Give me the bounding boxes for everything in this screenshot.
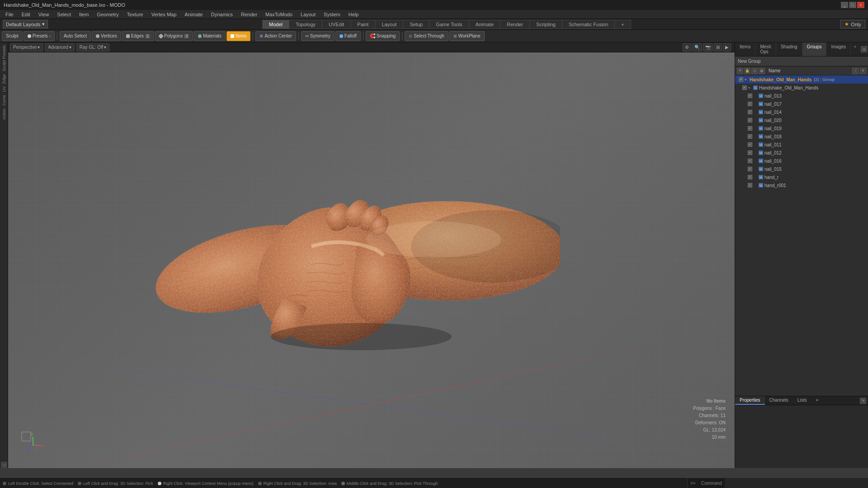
new-group-button[interactable]: New Group bbox=[735, 56, 868, 66]
rb-tab-lists[interactable]: Lists bbox=[793, 396, 811, 405]
tab-mesh-ops[interactable]: Mesh Ops bbox=[755, 42, 776, 56]
menu-system[interactable]: System bbox=[320, 11, 344, 18]
tree-item-nail013[interactable]: ✓ ▸ M nail_013 bbox=[735, 92, 868, 100]
viewport-expand-icon[interactable]: ⊞ bbox=[714, 43, 722, 52]
command-input[interactable] bbox=[725, 478, 868, 488]
tab-groups[interactable]: Groups bbox=[802, 42, 827, 56]
tab-images[interactable]: Images bbox=[826, 42, 851, 56]
tab-add[interactable]: + bbox=[851, 42, 859, 56]
tree-item-nail014[interactable]: ✓ ▸ M nail_014 bbox=[735, 108, 868, 116]
menu-animate[interactable]: Animate bbox=[181, 11, 206, 18]
tree-check-nail020[interactable]: ✓ bbox=[748, 118, 752, 122]
tree-item-nail018[interactable]: ✓ ▸ M nail_018 bbox=[735, 132, 868, 141]
falloff-button[interactable]: Falloff bbox=[335, 31, 361, 41]
tree-item-nail012[interactable]: ✓ ▸ M nail_012 bbox=[735, 149, 868, 157]
tree-check-nail014[interactable]: ✓ bbox=[748, 110, 752, 114]
tree-item-hand-r[interactable]: ✓ ▸ M hand_r bbox=[735, 173, 868, 181]
advanced-button[interactable]: Advanced ▾ bbox=[45, 43, 74, 52]
menu-select[interactable]: Select bbox=[53, 11, 75, 18]
tree-check-nail013[interactable]: ✓ bbox=[748, 94, 752, 98]
sidebar-label-curve[interactable]: Curve bbox=[2, 94, 6, 107]
viewport-zoom-icon[interactable]: 🔍 bbox=[692, 43, 702, 52]
maximize-button[interactable]: □ bbox=[849, 2, 856, 8]
tab-add[interactable]: + bbox=[614, 20, 631, 29]
tab-items[interactable]: Items bbox=[735, 42, 755, 56]
menu-geometry[interactable]: Geometry bbox=[93, 11, 122, 18]
only-button[interactable]: ★ Only bbox=[840, 20, 865, 28]
tree-check-hand-r001[interactable]: ✓ bbox=[748, 183, 752, 188]
items-button[interactable]: Items bbox=[226, 31, 250, 41]
viewport-canvas[interactable]: No Items Polygons : Face Channels: 11 De… bbox=[8, 42, 735, 468]
tree-check-sub[interactable]: ✓ bbox=[742, 85, 747, 90]
sidebar-collapse-icon[interactable]: ◁ bbox=[1, 462, 7, 468]
rb-tab-channels[interactable]: Channels bbox=[765, 396, 793, 405]
presets-button[interactable]: Presets ▪ bbox=[24, 31, 55, 41]
rb-tab-properties[interactable]: Properties bbox=[735, 396, 765, 405]
tab-game-tools[interactable]: Game Tools bbox=[429, 20, 469, 29]
tab-scripting[interactable]: Scripting bbox=[529, 20, 562, 29]
panel-expand-icon[interactable]: ⊞ bbox=[861, 46, 867, 52]
edges-button[interactable]: Edges 2 bbox=[122, 31, 154, 41]
sidebar-label-uv[interactable]: UV bbox=[2, 85, 6, 93]
tree-item-nail020[interactable]: ✓ ▸ M nail_020 bbox=[735, 116, 868, 124]
menu-maxtomodo[interactable]: MaxToModo bbox=[262, 11, 296, 18]
menu-vertex-map[interactable]: Vertex Map bbox=[148, 11, 180, 18]
scene-tree[interactable]: ✓ ▾ Handshake_Old_Man_Hands (2) : Group … bbox=[735, 75, 868, 396]
tree-item-nail019[interactable]: ✓ ▸ M nail_019 bbox=[735, 124, 868, 132]
sidebar-label-action[interactable]: Action bbox=[2, 108, 6, 121]
tab-topology[interactable]: Topology bbox=[289, 20, 322, 29]
materials-button[interactable]: Materials bbox=[194, 31, 226, 41]
perspective-button[interactable]: Perspective ▾ bbox=[10, 43, 43, 52]
menu-texture[interactable]: Texture bbox=[123, 11, 147, 18]
tab-schematic-fusion[interactable]: Schematic Fusion bbox=[562, 20, 614, 29]
polygons-button[interactable]: Polygons 3 bbox=[155, 31, 193, 41]
close-button[interactable]: × bbox=[857, 2, 864, 8]
sidebar-label-sculpt-presets[interactable]: Sculpt Presets bbox=[2, 44, 6, 72]
tree-check-hand-r[interactable]: ✓ bbox=[748, 175, 752, 179]
sort-icon[interactable]: ↕ bbox=[852, 68, 859, 74]
tab-model[interactable]: Model bbox=[262, 20, 289, 29]
symmetry-button[interactable]: ⇔ Symmetry bbox=[301, 31, 335, 41]
vertices-button[interactable]: Vertices bbox=[92, 31, 121, 41]
tree-item-nail011[interactable]: ✓ ▸ M nail_011 bbox=[735, 141, 868, 149]
tab-animate[interactable]: Animate bbox=[469, 20, 500, 29]
tree-check-nail011[interactable]: ✓ bbox=[748, 142, 752, 147]
menu-view[interactable]: View bbox=[35, 11, 53, 18]
tree-check-nail015[interactable]: ✓ bbox=[748, 167, 752, 171]
auto-select-button[interactable]: Auto Select bbox=[60, 31, 91, 41]
menu-help[interactable]: Help bbox=[345, 11, 363, 18]
tab-shading[interactable]: Shading bbox=[776, 42, 802, 56]
tree-item-nail017[interactable]: ✓ ▸ M nail_017 bbox=[735, 100, 868, 108]
menu-dynamics[interactable]: Dynamics bbox=[208, 11, 236, 18]
workplane-button[interactable]: ⊞ WorkPlane bbox=[449, 31, 485, 41]
tree-check-nail012[interactable]: ✓ bbox=[748, 150, 752, 155]
layout-selector[interactable]: Default Layouts ▾ bbox=[3, 20, 48, 28]
tab-render[interactable]: Render bbox=[500, 20, 529, 29]
lock-toggle[interactable]: 🔒 bbox=[744, 68, 750, 74]
sidebar-label-edge[interactable]: Edge bbox=[2, 73, 6, 84]
select-through-button[interactable]: ⊙ Select Through bbox=[405, 31, 448, 41]
tree-check-nail018[interactable]: ✓ bbox=[748, 134, 752, 139]
viewport[interactable]: Perspective ▾ Advanced ▾ Ray GL: Off ▾ ⚙… bbox=[8, 42, 735, 468]
wire-toggle[interactable]: ▦ bbox=[759, 68, 765, 74]
rb-tab-add[interactable]: + bbox=[811, 396, 823, 405]
tree-item-nail015[interactable]: ✓ ▸ M nail_015 bbox=[735, 165, 868, 173]
tab-uvedit[interactable]: UVEdit bbox=[322, 20, 350, 29]
tree-item-hand-r001[interactable]: ✓ ▸ M hand_r001 bbox=[735, 181, 868, 189]
filter-icon[interactable]: ▼ bbox=[860, 68, 866, 74]
tree-check-nail016[interactable]: ✓ bbox=[748, 159, 752, 163]
raygl-button[interactable]: Ray GL: Off ▾ bbox=[76, 43, 110, 52]
menu-item[interactable]: Item bbox=[75, 11, 92, 18]
viewport-camera-icon[interactable]: 📷 bbox=[703, 43, 713, 52]
tree-root-group[interactable]: ✓ ▾ Handshake_Old_Man_Hands (2) : Group bbox=[735, 75, 868, 84]
menu-render[interactable]: Render bbox=[237, 11, 261, 18]
render-toggle[interactable]: ◎ bbox=[751, 68, 758, 74]
minimize-button[interactable]: _ bbox=[841, 2, 848, 8]
viewport-settings-icon[interactable]: ⚙ bbox=[683, 43, 691, 52]
tab-paint[interactable]: Paint bbox=[350, 20, 375, 29]
menu-layout[interactable]: Layout bbox=[297, 11, 319, 18]
rb-expand-icon[interactable]: ⊞ bbox=[860, 398, 866, 404]
tab-layout[interactable]: Layout bbox=[375, 20, 403, 29]
tree-item-nail016[interactable]: ✓ ▸ M nail_016 bbox=[735, 157, 868, 165]
tab-setup[interactable]: Setup bbox=[403, 20, 429, 29]
